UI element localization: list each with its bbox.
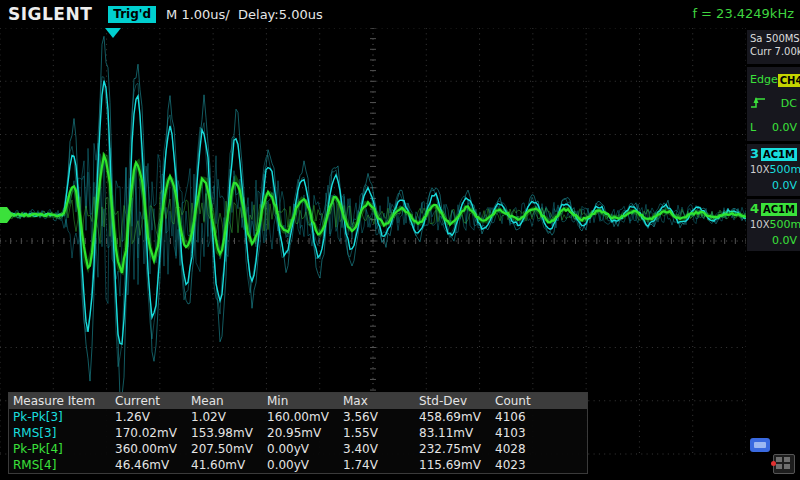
- measure-value: 170.02mV: [111, 425, 187, 441]
- channel3-panel[interactable]: 3 AC1M 10X 500mV/ 0.0V: [747, 144, 800, 196]
- timebase-value: M 1.00us/: [166, 7, 230, 22]
- acquisition-panel[interactable]: Sa 500MSa/s Curr 7.00kpts: [747, 30, 800, 64]
- brand-logo: SIGLENT: [8, 4, 92, 24]
- measure-value: 1.02V: [187, 409, 263, 425]
- measure-value: 4106: [491, 409, 587, 425]
- sidebar: Sa 500MSa/s Curr 7.00kpts Edge CH4 DC L …: [747, 30, 800, 480]
- measure-value: 20.95mV: [263, 425, 339, 441]
- oscilloscope-screen: SIGLENT Trig'd M 1.00us/ Delay:5.00us f …: [0, 0, 800, 480]
- trigger-edge-icon: [750, 95, 766, 113]
- measure-value: 1.26V: [111, 409, 187, 425]
- print-icon[interactable]: [750, 438, 770, 452]
- trigger-level-value: 0.0V: [772, 121, 797, 135]
- measure-header-row: Measure ItemCurrentMeanMinMaxStd-DevCoun…: [9, 393, 587, 409]
- column-header: Std-Dev: [415, 393, 491, 409]
- trigger-source-badge: CH4: [778, 74, 800, 87]
- channel4-ground-marker[interactable]: [0, 207, 13, 223]
- sample-rate: Sa 500MSa/s: [750, 32, 797, 45]
- waveform-display[interactable]: [0, 28, 746, 455]
- measure-row: Pk-Pk[3]1.26V1.02V160.00mV3.56V458.69mV4…: [9, 409, 587, 425]
- channel4-offset: 0.0V: [772, 234, 797, 248]
- measure-value: 360.00mV: [111, 441, 187, 457]
- channel3-offset: 0.0V: [772, 179, 797, 193]
- measure-value: 153.98mV: [187, 425, 263, 441]
- channel4-coupling-badge: AC1M: [761, 203, 797, 216]
- trigger-type-label: Edge: [750, 73, 778, 87]
- measure-value: 160.00mV: [263, 409, 339, 425]
- channel3-scale: 500mV/: [770, 163, 800, 177]
- frequency-counter: f = 23.4249kHz: [692, 6, 794, 21]
- measurement-table[interactable]: Measure ItemCurrentMeanMinMaxStd-DevCoun…: [8, 392, 588, 474]
- column-header: Mean: [187, 393, 263, 409]
- measure-item-label: Pk-Pk[3]: [9, 409, 111, 425]
- column-header: Current: [111, 393, 187, 409]
- measure-row: Pk-Pk[4]360.00mV207.50mV0.00yV3.40V232.7…: [9, 441, 587, 457]
- measure-row: RMS[3]170.02mV153.98mV20.95mV1.55V83.11m…: [9, 425, 587, 441]
- measure-value: 458.69mV: [415, 409, 491, 425]
- channel4-number: 4: [750, 202, 759, 216]
- channel4-probe: 10X: [750, 218, 770, 232]
- memory-depth: Curr 7.00kpts: [750, 45, 797, 58]
- record-dot-icon: [771, 461, 776, 466]
- column-header: Count: [491, 393, 587, 409]
- column-header: Measure Item: [9, 393, 111, 409]
- measure-value: 3.56V: [339, 409, 415, 425]
- trigger-coupling: DC: [781, 97, 797, 111]
- measure-value: 83.11mV: [415, 425, 491, 441]
- column-header: Min: [263, 393, 339, 409]
- trigger-panel[interactable]: Edge CH4 DC L 0.0V: [747, 67, 800, 141]
- measure-item-label: Pk-Pk[4]: [9, 441, 111, 457]
- channel4-scale: 500mV/: [770, 218, 800, 232]
- trigger-position-marker[interactable]: [105, 28, 121, 38]
- measure-value: 207.50mV: [187, 441, 263, 457]
- measure-value: 41.60mV: [187, 457, 263, 473]
- measure-value: 4023: [491, 457, 587, 473]
- measure-value: 1.74V: [339, 457, 415, 473]
- measure-value: 232.75mV: [415, 441, 491, 457]
- channel3-probe: 10X: [750, 163, 770, 177]
- measure-item-label: RMS[4]: [9, 457, 111, 473]
- measure-row: RMS[4]46.46mV41.60mV0.00yV1.74V115.69mV4…: [9, 457, 587, 473]
- measure-item-label: RMS[3]: [9, 425, 111, 441]
- measure-value: 4103: [491, 425, 587, 441]
- measure-value: 3.40V: [339, 441, 415, 457]
- measure-value: 0.00yV: [263, 441, 339, 457]
- trigger-status-badge[interactable]: Trig'd: [108, 6, 156, 23]
- timebase-readout[interactable]: M 1.00us/ Delay:5.00us: [166, 7, 323, 22]
- menu-grid-icon[interactable]: [773, 454, 795, 474]
- trigger-level-label: L: [750, 121, 756, 135]
- column-header: Max: [339, 393, 415, 409]
- channel3-number: 3: [750, 147, 759, 161]
- measure-value: 1.55V: [339, 425, 415, 441]
- measure-value: 0.00yV: [263, 457, 339, 473]
- channel3-coupling-badge: AC1M: [761, 148, 797, 161]
- measure-value: 4028: [491, 441, 587, 457]
- waveform-layer: [0, 28, 746, 455]
- delay-value: Delay:5.00us: [238, 7, 323, 22]
- measure-value: 46.46mV: [111, 457, 187, 473]
- measure-value: 115.69mV: [415, 457, 491, 473]
- channel4-panel[interactable]: 4 AC1M 10X 500mV/ 0.0V: [747, 199, 800, 251]
- status-bar: SIGLENT Trig'd M 1.00us/ Delay:5.00us f …: [0, 0, 800, 28]
